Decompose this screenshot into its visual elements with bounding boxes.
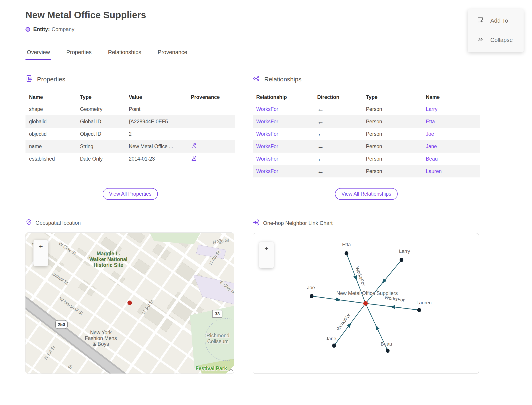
tab-properties[interactable]: Properties — [65, 49, 93, 60]
svg-text:33: 33 — [215, 311, 220, 316]
related-entity-name-cell: Joe — [422, 131, 480, 137]
properties-card: Properties Name Type Value Provenance sh… — [26, 74, 235, 200]
tab-provenance[interactable]: Provenance — [156, 49, 188, 60]
graph-node[interactable] — [386, 349, 390, 353]
property-type: Geometry — [76, 106, 125, 112]
graph-node[interactable] — [332, 344, 336, 348]
direction-arrow: ← — [317, 143, 324, 150]
link-chart-section-title: One-hop Neighbor Link Chart — [263, 220, 333, 226]
entity-link[interactable]: Etta — [426, 119, 435, 124]
graph-node-label: Lauren — [417, 300, 432, 305]
relationship-direction-cell: ← — [314, 155, 362, 162]
relationship-link[interactable]: WorksFor — [256, 143, 278, 149]
graph-edge-arrow — [375, 325, 379, 330]
property-row: establishedDate Only2014-01-23 — [26, 153, 235, 165]
tab-relationships[interactable]: Relationships — [107, 49, 143, 60]
column-header: Relationship — [253, 94, 314, 100]
relationship-link[interactable]: WorksFor — [256, 106, 278, 112]
relationships-table-header: Relationship Direction Type Name — [253, 92, 480, 103]
column-header: Value — [125, 94, 187, 100]
entity-link[interactable]: Larry — [426, 106, 437, 112]
entity-link[interactable]: Beau — [426, 156, 438, 162]
graph-node[interactable] — [400, 258, 403, 262]
property-value: Point — [125, 106, 187, 112]
related-entity-type: Person — [362, 106, 422, 112]
graph-edge-label: WorksFor — [335, 312, 352, 331]
property-provenance — [187, 143, 235, 150]
related-entity-name-cell: Lauren — [422, 168, 480, 174]
graph-center-node-label: New Metal Office Suppliers — [337, 290, 398, 296]
relationship-type-cell: WorksFor — [253, 119, 314, 125]
relationships-icon — [253, 74, 261, 84]
column-header: Type — [76, 94, 125, 100]
relationship-link[interactable]: WorksFor — [256, 119, 278, 124]
property-name: shape — [26, 106, 76, 112]
relationship-row: WorksFor←PersonEtta — [253, 115, 480, 128]
collapse-label: Collapse — [490, 37, 513, 43]
map-point-marker[interactable] — [128, 301, 132, 305]
property-type: Object ID — [76, 131, 125, 137]
direction-arrow: ← — [317, 130, 324, 137]
view-all-properties-button[interactable]: View All Properties — [103, 188, 158, 200]
property-value: {A228944F-0EF5-... — [125, 119, 187, 125]
graph-edge-arrow — [390, 305, 395, 309]
property-type: Global ID — [76, 119, 125, 125]
chart-zoom-in-button[interactable]: + — [259, 242, 274, 255]
property-type: String — [76, 143, 125, 149]
relationship-link[interactable]: WorksFor — [256, 131, 278, 137]
add-to-label: Add To — [490, 17, 508, 24]
graph-node[interactable] — [310, 294, 314, 298]
map-zoom-out-button[interactable]: − — [33, 253, 48, 266]
relationship-direction-cell: ← — [314, 168, 362, 175]
property-provenance — [187, 155, 235, 162]
link-chart-icon — [253, 219, 260, 227]
provenance-flag-icon[interactable] — [191, 143, 197, 149]
column-header: Name — [26, 94, 76, 100]
relationship-direction-cell: ← — [314, 105, 362, 113]
collapse-button[interactable]: Collapse — [468, 35, 524, 45]
property-name: globalid — [26, 119, 76, 125]
link-chart-canvas[interactable]: WorksForWorksForWorksForEttaLarryJoeLaur… — [253, 233, 479, 373]
relationship-row: WorksFor←PersonLarry — [253, 103, 480, 115]
relationships-section-title: Relationships — [264, 76, 301, 83]
map-poi-label: Festival Park — [195, 365, 227, 371]
graph-node[interactable] — [345, 251, 348, 256]
map-section-title: Geospatial location — [35, 220, 81, 226]
entity-link[interactable]: Lauren — [426, 168, 442, 174]
map-canvas[interactable]: k RdW Clay StSaarshall StW Marshall StE … — [26, 233, 234, 373]
graph-node-label: Larry — [399, 248, 410, 254]
direction-arrow: ← — [317, 105, 324, 113]
map-pin-icon — [26, 219, 32, 227]
properties-table: Name Type Value Provenance shapeGeometry… — [26, 92, 235, 165]
relationship-link[interactable]: WorksFor — [256, 168, 278, 174]
properties-table-header: Name Type Value Provenance — [26, 92, 235, 103]
entity-link[interactable]: Jane — [426, 143, 437, 149]
graph-node-label: Beau — [381, 341, 392, 347]
map-zoom-in-button[interactable]: + — [33, 240, 48, 253]
tab-overview[interactable]: Overview — [26, 49, 51, 60]
relationships-card: Relationships Relationship Direction Typ… — [253, 74, 480, 200]
one-hop-link-chart[interactable]: WorksForWorksForWorksForEttaLarryJoeLaur… — [253, 233, 479, 374]
entity-link[interactable]: Joe — [426, 131, 434, 137]
column-header: Name — [422, 94, 480, 100]
add-to-button[interactable]: Add To — [468, 16, 524, 26]
map-zoom-control: + − — [33, 240, 48, 266]
graph-node[interactable] — [417, 308, 421, 312]
view-all-relationships-button[interactable]: View All Relationships — [335, 188, 398, 200]
geospatial-map[interactable]: k RdW Clay StSaarshall StW Marshall StE … — [26, 233, 234, 373]
chevrons-right-icon — [477, 35, 484, 45]
chart-zoom-out-button[interactable]: − — [259, 255, 274, 268]
provenance-flag-icon[interactable] — [191, 155, 197, 161]
graph-center-node[interactable] — [363, 301, 368, 306]
entity-type-value: Company — [52, 26, 74, 32]
relationship-type-cell: WorksFor — [253, 168, 314, 174]
column-header: Provenance — [187, 94, 235, 100]
relationship-direction-cell: ← — [314, 143, 362, 150]
relationship-row: WorksFor←PersonLauren — [253, 165, 480, 177]
graph-edge-arrow — [353, 275, 357, 281]
entity-label: Entity: — [33, 26, 50, 32]
relationship-type-cell: WorksFor — [253, 106, 314, 112]
relationship-link[interactable]: WorksFor — [256, 156, 278, 162]
property-value: New Metal Office ... — [125, 143, 187, 149]
map-poi-label: RichmondColiseum — [206, 333, 229, 344]
